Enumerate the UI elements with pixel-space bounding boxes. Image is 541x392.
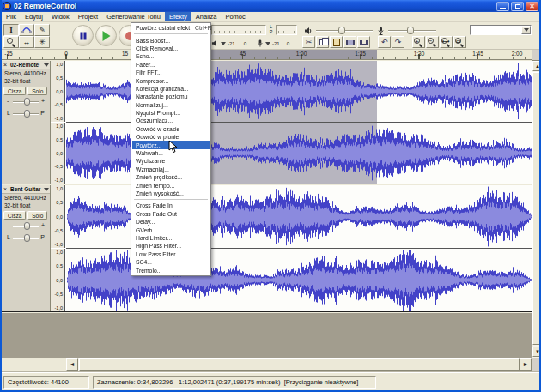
mute-button[interactable]: Cisza <box>3 211 26 220</box>
effects-menu-item[interactable]: GVerb... <box>132 226 210 233</box>
trim-button[interactable] <box>343 36 356 48</box>
meter-toolbar[interactable]: LP -210 -210 <box>211 24 297 49</box>
effects-menu-item[interactable]: SC4... <box>132 258 210 266</box>
scrollbar-thumb[interactable] <box>532 72 541 345</box>
scroll-right-button[interactable]: ► <box>520 358 532 371</box>
output-meter[interactable] <box>211 25 266 35</box>
effects-menu-item[interactable]: Low Pass Filter... <box>132 250 210 258</box>
selection-tool-icon[interactable]: I <box>3 24 19 36</box>
title-bar[interactable]: 02 RemoteControl ✕ <box>0 0 541 12</box>
input-source-select[interactable] <box>470 25 532 35</box>
menu-edytuj[interactable]: Edytuj <box>21 12 47 21</box>
effects-menu-item[interactable]: Filtr FFT... <box>132 69 210 76</box>
menu-analiza[interactable]: Analiza <box>191 12 222 21</box>
effects-menu-item[interactable]: Zmień tempo... <box>132 181 210 189</box>
scrollbar-thumb[interactable] <box>79 358 520 371</box>
mute-button[interactable]: Cisza <box>3 87 26 95</box>
input-meter[interactable] <box>276 25 297 35</box>
effects-menu-item[interactable]: Cross Fade In <box>132 202 210 209</box>
effects-menu-item[interactable]: Wzmacniaj... <box>132 166 210 173</box>
track-menu-icon[interactable] <box>44 63 49 67</box>
slider-thumb[interactable] <box>24 234 30 242</box>
effects-menu-item[interactable]: Bass Boost... <box>132 36 210 44</box>
effects-menu-item[interactable]: Zmień prędkość... <box>132 173 210 181</box>
effects-menu-item[interactable]: Fazer... <box>132 61 210 69</box>
play-button[interactable] <box>95 25 117 46</box>
solo-button[interactable]: Solo <box>27 87 47 95</box>
pan-slider[interactable]: L P <box>5 233 46 244</box>
restore-button[interactable] <box>511 2 524 11</box>
effects-menu-item[interactable]: Kompresor... <box>132 76 210 84</box>
effects-menu-item[interactable]: High Pass Filter... <box>132 242 210 250</box>
gain-slider[interactable]: - + <box>5 97 46 107</box>
menu-projekt[interactable]: Projekt <box>74 12 102 21</box>
chevron-down-icon[interactable] <box>265 42 270 45</box>
effects-menu-item[interactable]: Nyquist Prompt... <box>132 109 210 117</box>
effects-menu-item[interactable]: Powtórz ostatni efektCtrl+R <box>132 24 210 32</box>
copy-button[interactable] <box>316 36 329 48</box>
vertical-scrollbar[interactable]: ▲ ▼ <box>532 61 541 358</box>
draw-tool-icon[interactable]: ✎ <box>34 24 50 36</box>
envelope-tool-icon[interactable] <box>19 24 34 36</box>
track-close-button[interactable]: × <box>2 185 9 193</box>
zoom-in-button[interactable]: + <box>412 36 425 48</box>
effects-menu-item[interactable]: Tremolo... <box>132 266 210 274</box>
input-volume-slider[interactable] <box>388 27 436 34</box>
silence-button[interactable] <box>357 36 370 48</box>
vertical-ruler[interactable]: 1,00,50,0-0,5-1,0 <box>51 123 65 184</box>
slider-thumb[interactable] <box>407 27 414 34</box>
scroll-left-button[interactable]: ◄ <box>66 358 78 371</box>
menu-widok[interactable]: Widok <box>47 12 74 21</box>
undo-button[interactable]: ↶ <box>378 36 391 48</box>
gain-slider[interactable]: - + <box>5 221 46 232</box>
effects-menu-item[interactable]: Delay... <box>132 218 210 226</box>
track-menu-icon[interactable] <box>44 188 49 191</box>
track-close-button[interactable]: × <box>2 61 9 69</box>
output-volume-slider[interactable] <box>316 27 373 34</box>
zoom-tool-icon[interactable] <box>3 36 19 48</box>
cut-button[interactable]: ✂ <box>302 36 315 48</box>
vertical-ruler[interactable]: 1,00,50,0-0,5-1,0 <box>51 185 65 248</box>
redo-button[interactable]: ↷ <box>392 36 404 48</box>
effects-menu-item[interactable]: Normalizuj... <box>132 101 210 109</box>
effects-menu-item[interactable]: Odwróć w czasie <box>132 125 210 133</box>
scroll-down-button[interactable]: ▼ <box>532 347 541 357</box>
effects-menu-item[interactable]: Hard Limiter... <box>132 234 210 242</box>
menu-efekty[interactable]: Efekty <box>165 12 191 21</box>
menu-pomoc[interactable]: Pomoc <box>221 12 249 21</box>
paste-button[interactable] <box>330 36 343 48</box>
effects-menu-item[interactable]: Narastanie poziomu <box>132 93 210 100</box>
zoom-fit-button[interactable]: ▭ <box>453 36 466 48</box>
pause-button[interactable] <box>72 25 94 46</box>
effects-menu-item[interactable]: Cross Fade Out <box>132 210 210 218</box>
zoom-selection-button[interactable]: ⟷ <box>440 36 453 48</box>
track-title[interactable]: Bent Guitar <box>9 186 43 192</box>
effects-menu-item[interactable]: Click Removal... <box>132 45 210 52</box>
pan-slider[interactable]: L P <box>5 109 46 119</box>
vertical-ruler[interactable]: 1,00,50,0-0,5-1,0 <box>51 61 65 122</box>
effects-menu-item[interactable]: Echo... <box>132 52 210 60</box>
combo-arrow-button[interactable] <box>521 26 531 34</box>
horizontal-scrollbar[interactable]: ◄ ► <box>2 358 532 371</box>
scroll-up-button[interactable]: ▲ <box>532 61 541 71</box>
slider-thumb[interactable] <box>338 27 345 34</box>
multi-tool-icon[interactable]: ✳ <box>34 36 50 48</box>
minimize-button[interactable] <box>496 2 509 11</box>
effects-menu-item[interactable]: Zmień wysokość... <box>132 190 210 197</box>
effects-menu-item[interactable]: Wyciszanie <box>132 157 210 165</box>
timeline-ruler[interactable]: -1501530451:001:151:301:452:00 <box>2 50 532 60</box>
track-title[interactable]: 02-Remote <box>9 62 43 68</box>
solo-button[interactable]: Solo <box>27 211 47 220</box>
effects-menu-item[interactable]: Korekcja graficzna... <box>132 85 210 93</box>
slider-thumb[interactable] <box>24 98 30 106</box>
zoom-out-button[interactable]: − <box>426 36 439 48</box>
vertical-ruler[interactable]: 1,00,50,0-0,5-1,0 <box>51 249 65 311</box>
menu-generowanie-tonu[interactable]: Generowanie Tonu <box>102 12 165 21</box>
slider-thumb[interactable] <box>24 110 30 118</box>
time-shift-tool-icon[interactable]: ↔ <box>19 36 34 48</box>
slider-thumb[interactable] <box>24 222 30 230</box>
chevron-down-icon[interactable] <box>221 42 226 45</box>
effects-menu-item[interactable]: Odszumiacz... <box>132 117 210 124</box>
close-button[interactable]: ✕ <box>526 2 538 11</box>
menu-plik[interactable]: Plik <box>2 12 21 21</box>
